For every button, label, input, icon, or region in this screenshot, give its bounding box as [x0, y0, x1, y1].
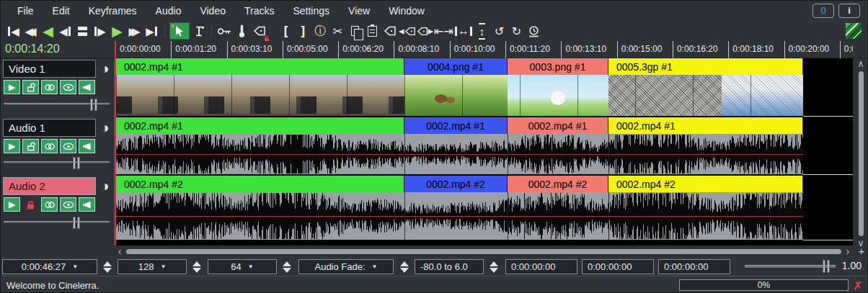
- info-button[interactable]: i: [838, 4, 860, 18]
- menu-view[interactable]: View: [339, 1, 379, 21]
- stop-button[interactable]: [74, 22, 91, 40]
- lock-track-button[interactable]: [22, 197, 39, 212]
- scroll-up-icon[interactable]: ∧: [857, 58, 864, 70]
- span-keyframes-button[interactable]: [234, 22, 250, 40]
- spin-up-icon[interactable]: [192, 261, 201, 266]
- cut-button[interactable]: ✂: [329, 22, 346, 40]
- clip-title[interactable]: 0002.mp4 #1: [404, 117, 508, 134]
- fade-slider-handle[interactable]: [73, 157, 80, 169]
- play-button[interactable]: ▶: [109, 22, 125, 40]
- track-title-field[interactable]: Audio 1: [3, 119, 96, 137]
- spin-up-icon[interactable]: [490, 261, 498, 266]
- rewind-start-button[interactable]: ◀: [5, 22, 22, 40]
- expand-track-button[interactable]: ◑: [97, 119, 113, 137]
- clip-title[interactable]: 0002.mp4 #2: [404, 176, 508, 192]
- out-point-button[interactable]: ]: [295, 22, 311, 40]
- cancel-operation-button[interactable]: ✗: [853, 279, 862, 292]
- spin-up-icon[interactable]: [400, 261, 409, 266]
- horizontal-scroll-thumb[interactable]: [126, 249, 841, 254]
- audio1-waveform[interactable]: [116, 134, 803, 177]
- fit-autos-button[interactable]: ↕: [474, 22, 490, 40]
- label-button[interactable]: [381, 22, 398, 40]
- spin-down-icon[interactable]: [192, 268, 201, 273]
- automation-range-spinner[interactable]: [487, 259, 500, 274]
- arm-track-button[interactable]: ▶: [4, 80, 20, 94]
- selection-end-field[interactable]: 0:00:00:00: [582, 259, 654, 274]
- draw-media-button[interactable]: [60, 197, 76, 212]
- clip-title[interactable]: 0002.mp4 #1: [116, 58, 404, 75]
- automation-range-field[interactable]: -80.0 to 6.0: [415, 259, 484, 274]
- undo-stack-button[interactable]: 0: [812, 4, 834, 18]
- paste-button[interactable]: [364, 22, 381, 40]
- spin-down-icon[interactable]: [490, 268, 498, 273]
- sample-zoom-combo[interactable]: 128▼: [118, 259, 187, 274]
- spin-down-icon[interactable]: [103, 268, 112, 273]
- spin-up-icon[interactable]: [103, 261, 112, 266]
- clip-title[interactable]: 0002.mp4 #2: [116, 176, 404, 192]
- ibeam-tool-button[interactable]: [190, 22, 207, 40]
- time-ruler[interactable]: 0:00:00:00 0:00:01:20 0:00:03:10 0:00:05…: [115, 41, 853, 58]
- jump-end-button[interactable]: ▶: [143, 22, 160, 40]
- vertical-scroll-thumb[interactable]: [859, 71, 864, 236]
- menu-settings[interactable]: Settings: [283, 1, 339, 21]
- fit-width-button[interactable]: ↔: [454, 22, 473, 40]
- clip-title[interactable]: 0004.png #1: [404, 58, 508, 75]
- fast-reverse-button[interactable]: ◀◀: [22, 22, 39, 40]
- arm-track-button[interactable]: ▶: [4, 197, 20, 212]
- redo-button[interactable]: ↻: [508, 22, 525, 40]
- menu-window[interactable]: Window: [379, 1, 434, 21]
- keyframe-button[interactable]: [216, 22, 233, 40]
- automation-type-combo[interactable]: Audio Fade:▼: [298, 259, 394, 274]
- fit-selection-button[interactable]: ⇤⇥: [434, 22, 453, 40]
- gang-track-button[interactable]: [41, 197, 58, 212]
- menu-file[interactable]: File: [8, 1, 43, 21]
- fade-slider[interactable]: [4, 221, 110, 224]
- mute-track-button[interactable]: [79, 80, 95, 94]
- fade-slider-handle[interactable]: [90, 99, 97, 111]
- clip-title[interactable]: 0002.mp4 #1: [508, 117, 608, 134]
- amplitude-combo[interactable]: 64▼: [208, 259, 277, 274]
- gang-track-button[interactable]: [41, 139, 58, 153]
- amplitude-spinner[interactable]: [280, 259, 293, 274]
- track-title-field[interactable]: Audio 2: [3, 177, 96, 195]
- menu-video[interactable]: Video: [190, 1, 235, 21]
- automation-spinner[interactable]: [398, 259, 410, 274]
- spin-down-icon[interactable]: [283, 268, 291, 273]
- vertical-scrollbar[interactable]: ∧ ∨: [853, 58, 868, 249]
- next-label-button[interactable]: ▸: [417, 22, 434, 40]
- selection-length-field[interactable]: 0:00:00:00: [658, 259, 730, 274]
- fade-slider[interactable]: [4, 161, 110, 164]
- duration-combo[interactable]: 0:00:46:27▼: [2, 259, 97, 274]
- play-reverse-button[interactable]: ◀: [40, 22, 56, 40]
- scroll-left-icon[interactable]: ‹: [115, 245, 125, 257]
- selection-start-field[interactable]: 0:00:00:00: [505, 259, 577, 274]
- arm-track-button[interactable]: ▶: [4, 139, 20, 153]
- fade-slider[interactable]: [4, 103, 110, 106]
- menu-tracks[interactable]: Tracks: [235, 1, 283, 21]
- scroll-right-icon[interactable]: ›: [843, 245, 853, 257]
- lock-track-button[interactable]: [22, 80, 39, 94]
- horizontal-scrollbar[interactable]: ‹ ›: [115, 245, 853, 257]
- draw-media-button[interactable]: [60, 80, 76, 94]
- mute-track-button[interactable]: [79, 197, 95, 212]
- clip-title[interactable]: 0003.png #1: [508, 58, 608, 75]
- undo-button[interactable]: ↺: [491, 22, 508, 40]
- menu-keyframes[interactable]: Keyframes: [79, 1, 146, 21]
- clip-info-button[interactable]: ⓘ: [312, 22, 329, 40]
- clip-title[interactable]: 0002.mp4 #2: [608, 176, 803, 192]
- playhead-marker[interactable]: [115, 41, 116, 58]
- frame-reverse-button[interactable]: ◀: [57, 22, 74, 40]
- lock-labels-button[interactable]: [251, 22, 267, 40]
- timer-button[interactable]: [526, 22, 542, 40]
- clip-title[interactable]: 0002.mp4 #2: [508, 176, 608, 192]
- clip-title[interactable]: 0005.3gp #1: [608, 58, 803, 75]
- mute-track-button[interactable]: [79, 139, 95, 153]
- sample-zoom-spinner[interactable]: [190, 259, 203, 274]
- audio2-waveform[interactable]: [116, 192, 803, 243]
- gang-track-button[interactable]: [41, 80, 58, 94]
- zoom-plus-icon[interactable]: +: [856, 245, 867, 257]
- speed-slider-handle[interactable]: [823, 260, 830, 273]
- expand-track-button[interactable]: ◑: [97, 177, 113, 195]
- clip-title[interactable]: 0002.mp4 #1: [116, 117, 404, 134]
- copy-button[interactable]: [347, 22, 363, 40]
